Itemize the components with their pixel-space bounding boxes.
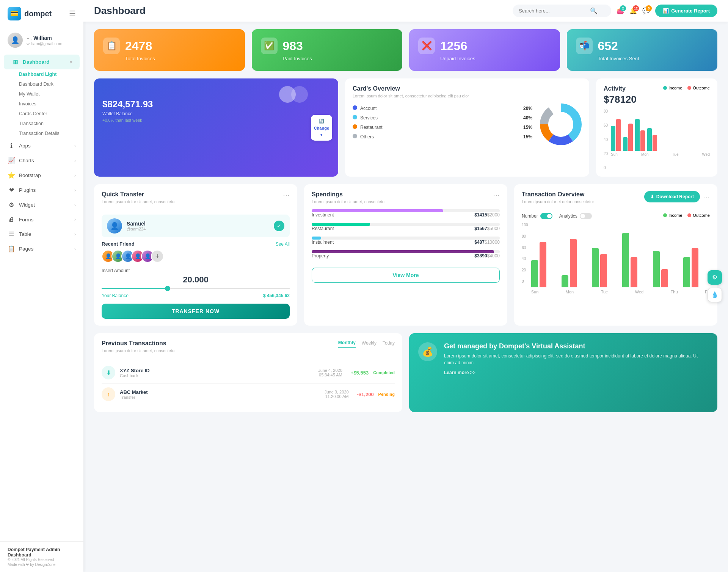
spending-investment: Investment $1415$2000 <box>312 209 500 218</box>
unpaid-invoices-number: 1256 <box>440 39 467 53</box>
hamburger-icon[interactable]: ☰ <box>69 9 76 18</box>
bootstrap-icon: ⭐ <box>8 172 15 179</box>
sidebar-item-pages[interactable]: 📋 Pages › <box>0 241 83 256</box>
avatar: 👤 <box>8 33 23 48</box>
download-icon: ⬇ <box>650 194 654 199</box>
overview-bar-group <box>562 239 588 287</box>
sidebar-item-bootstrap[interactable]: ⭐ Bootstrap › <box>0 168 83 183</box>
settings-fab-button[interactable]: ⚙ <box>708 270 722 285</box>
sidebar-item-widget[interactable]: ⚙ Widget › <box>0 197 83 212</box>
spendings-card: Spendings Lorem ipsum dolor sit amet, co… <box>304 184 507 326</box>
activity-amount: $78120 <box>604 94 710 105</box>
sidebar-item-charts[interactable]: 📈 Charts › <box>0 153 83 168</box>
analytics-toggle-switch[interactable] <box>580 213 592 219</box>
sub-item-cards-center[interactable]: Cards Center <box>15 109 83 119</box>
sidebar-item-apps[interactable]: ℹ Apps › <box>0 138 83 153</box>
card-visual: 🔄 Change ▾ $824,571.93 Wallet Balance +0… <box>94 78 338 177</box>
overview-income-bar <box>622 233 629 287</box>
total-invoices-icon: 📋 <box>103 38 120 54</box>
overview-outcome-bar <box>600 254 607 287</box>
sidebar-dashboard-label: Dashboard <box>23 59 50 65</box>
chevron-right-icon-7: › <box>74 232 76 237</box>
transfer-now-button[interactable]: TRANSFER NOW <box>102 304 290 319</box>
overview-income-bar <box>683 257 690 287</box>
page-title: Dashboard <box>94 5 507 17</box>
pages-icon: 📋 <box>8 245 15 252</box>
va-icon: 💰 <box>418 342 437 361</box>
overview-menu-icon[interactable]: ⋯ <box>703 193 710 201</box>
toggle-knob-2 <box>581 214 585 218</box>
balance-label: Your Balance <box>102 293 129 298</box>
svg-point-4 <box>551 114 571 135</box>
amount-slider[interactable] <box>102 288 290 289</box>
stat-total-invoices: 📋 2478 Total Invoices <box>94 29 245 71</box>
add-friend[interactable]: + <box>151 250 164 263</box>
logo-icon: 💳 <box>8 7 21 20</box>
va-learn-more-link[interactable]: Learn more >> <box>444 370 708 375</box>
transfer-name: Samuel <box>127 221 146 227</box>
logo-text: dompet <box>24 9 52 18</box>
overview-bars <box>531 227 710 287</box>
friends-avatars: 👤 👤 👤 👤 👤 + <box>102 250 290 263</box>
overview-income-bar <box>531 260 538 287</box>
generate-report-button[interactable]: 📊 Generate Report <box>655 5 717 17</box>
spending-installment: Installment $487$10000 <box>312 237 500 245</box>
footer-made: Made with ❤ by DesignZone <box>8 563 76 567</box>
amount-label: Insert Amount <box>102 268 290 273</box>
legend-account: Account 20% <box>353 105 532 111</box>
widget-icon: ⚙ <box>8 201 15 208</box>
main-content: Dashboard 🔍 👛 2 🔔 12 💬 5 📊 Generate Repo… <box>83 0 728 572</box>
chevron-right-icon-2: › <box>74 158 76 163</box>
va-desc: Lorem ipsum dolor sit amet, consectetur … <box>444 353 708 366</box>
sidebar-item-dashboard[interactable]: ⊞ Dashboard ▾ <box>4 55 80 69</box>
sidebar-item-plugins[interactable]: ❤ Plugins › <box>0 183 83 197</box>
overview-outcome-bar <box>570 239 577 287</box>
sub-item-dashboard-light[interactable]: Dashboard Light <box>15 69 83 79</box>
sidebar-item-table[interactable]: ☰ Table › <box>0 227 83 241</box>
overview-income-bar <box>653 251 660 287</box>
transfer-check-icon: ✓ <box>274 221 284 231</box>
view-more-button[interactable]: View More <box>312 268 500 283</box>
activity-card: Activity Income Outcome $78120 80 60 40 … <box>596 78 717 177</box>
transaction-row: ⬇ XYZ Store ID Cashback June 4, 2020 05:… <box>102 362 395 384</box>
tab-weekly[interactable]: Weekly <box>362 340 377 347</box>
analytics-toggle: Analytics <box>559 213 592 219</box>
wallet-badge: 2 <box>620 5 626 11</box>
sidebar-item-forms[interactable]: 🖨 Forms › <box>0 212 83 227</box>
outcome-bar <box>640 130 645 151</box>
tab-monthly[interactable]: Monthly <box>338 340 356 348</box>
transaction-row-2: ↑ ABC Market Transfer June 3, 2020 11:20… <box>102 384 395 405</box>
search-input[interactable] <box>519 8 587 14</box>
number-toggle-switch[interactable] <box>540 213 552 219</box>
donut-area: Account 20% Services 40% Restaurant 15% <box>353 103 582 145</box>
activity-chart: 80 60 40 20 0 SunMonTueWed <box>604 109 710 170</box>
user-info: Hi, William william@gmail.com <box>27 34 62 46</box>
sub-item-dashboard-dark[interactable]: Dashboard Dark <box>15 79 83 89</box>
transfer-avatar: 👤 <box>107 218 122 234</box>
trans-icon-2: ↑ <box>102 387 115 401</box>
overview-chart-container: 100 80 60 40 20 0 SunMonTueWedThuFri <box>522 223 710 294</box>
sidebar-nav: ⊞ Dashboard ▾ Dashboard Light Dashboard … <box>0 52 83 541</box>
overview-bar-group <box>653 251 679 287</box>
legend-restaurant: Restaurant 15% <box>353 124 532 130</box>
chevron-down-icon: ▾ <box>70 60 72 65</box>
unpaid-invoices-icon: ❌ <box>418 38 435 54</box>
wallet-icon-badge[interactable]: 👛 2 <box>617 7 624 14</box>
download-report-button[interactable]: ⬇ Download Report <box>644 191 700 202</box>
spendings-menu-icon[interactable]: ⋯ <box>493 191 500 199</box>
generate-label: Generate Report <box>671 8 710 14</box>
color-fab-button[interactable]: 💧 <box>708 288 722 302</box>
quick-transfer-menu-icon[interactable]: ⋯ <box>283 191 290 199</box>
chat-icon-badge[interactable]: 💬 5 <box>642 7 650 14</box>
va-title: Get managed by Dompet's Virtual Assistan… <box>444 342 708 350</box>
prev-header: Previous Transactions Lorem ipsum dolor … <box>102 340 395 358</box>
mid-section: 🔄 Change ▾ $824,571.93 Wallet Balance +0… <box>94 78 717 177</box>
see-all-link[interactable]: See All <box>276 241 290 247</box>
bell-icon-badge[interactable]: 🔔 12 <box>629 7 637 14</box>
sub-item-transaction[interactable]: Transaction <box>15 119 83 129</box>
sub-item-invoices[interactable]: Invoices <box>15 99 83 109</box>
spending-restaurant: Restaurant $1567$5000 <box>312 223 500 231</box>
sub-item-transaction-details[interactable]: Transaction Details <box>15 129 83 138</box>
sub-item-my-wallet[interactable]: My Wallet <box>15 89 83 99</box>
tab-today[interactable]: Today <box>383 340 395 347</box>
